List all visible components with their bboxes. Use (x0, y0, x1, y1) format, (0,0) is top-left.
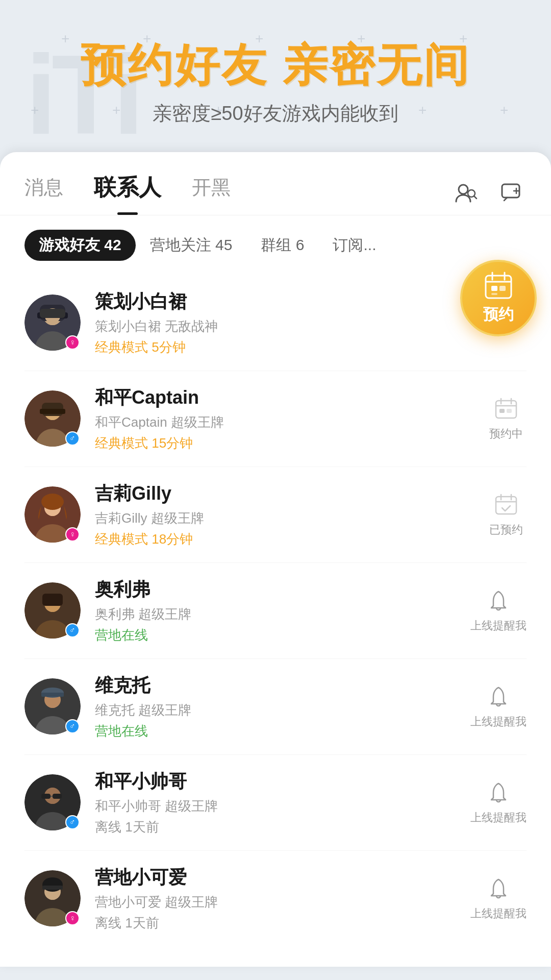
sub-tab-groups[interactable]: 群组 6 (246, 230, 318, 261)
gender-badge: ♀ (65, 527, 80, 542)
appointment-popup: 预约 (460, 260, 537, 336)
avatar-wrap: ♀ (24, 870, 81, 926)
main-card: 消息 联系人 开黑 (0, 152, 551, 967)
avatar-wrap: ♀ (24, 486, 81, 543)
popup-label: 预约 (483, 304, 514, 325)
notify-online-button[interactable]: 上线提醒我 (470, 683, 527, 729)
avatar-wrap: ♂ (24, 678, 81, 734)
friend-meta: 营地小可爱 超级王牌 (95, 893, 470, 911)
svg-rect-29 (499, 409, 505, 413)
tab-header: 消息 联系人 开黑 (0, 152, 551, 215)
friend-status: 经典模式 5分钟 (95, 338, 527, 356)
gender-badge: ♂ (65, 623, 80, 638)
friend-name: 营地小可爱 (95, 865, 470, 890)
avatar-wrap: ♂ (24, 774, 81, 830)
svg-rect-35 (496, 497, 516, 514)
friend-info: 和平小帅哥 和平小帅哥 超级王牌 离线 1天前 (95, 769, 470, 836)
svg-rect-47 (41, 693, 64, 697)
friend-name: 奥利弗 (95, 577, 470, 602)
friend-name: 吉莉Gilly (95, 481, 486, 506)
gender-badge: ♂ (65, 815, 80, 829)
hero-section: 预约好友 亲密无间 亲密度≥50好友游戏内能收到 (0, 0, 551, 142)
bell-icon (485, 875, 512, 902)
tab-contacts[interactable]: 联系人 (94, 173, 161, 215)
action-label: 预约中 (489, 426, 523, 442)
friend-item: ♂ 奥利弗 奥利弗 超级王牌 营地在线 上线提醒我 (24, 563, 527, 659)
search-people-button[interactable] (451, 179, 480, 208)
calendar-icon (483, 271, 514, 301)
avatar-wrap: ♀ (24, 295, 81, 351)
svg-rect-13 (486, 276, 511, 298)
friend-status: 经典模式 18分钟 (95, 530, 486, 548)
notify-online-button[interactable]: 上线提醒我 (470, 875, 527, 921)
sub-tab-camp-follow[interactable]: 营地关注 45 (136, 230, 247, 261)
friend-info: 维克托 维克托 超级王牌 营地在线 (95, 673, 470, 740)
action-label: 已预约 (489, 522, 523, 537)
svg-rect-42 (42, 594, 63, 606)
friend-status: 离线 1天前 (95, 914, 470, 932)
friend-status: 营地在线 (95, 626, 470, 644)
friend-info: 和平Captain 和平Captain 超级王牌 经典模式 15分钟 (95, 385, 486, 452)
tab-team[interactable]: 开黑 (192, 175, 231, 213)
svg-rect-51 (41, 794, 51, 799)
friend-meta: 吉莉Gilly 超级王牌 (95, 509, 486, 527)
friend-info: 奥利弗 奥利弗 超级王牌 营地在线 (95, 577, 470, 644)
avatar-wrap: ♂ (24, 582, 81, 639)
friend-status: 经典模式 15分钟 (95, 434, 486, 452)
svg-line-2 (474, 196, 477, 199)
sub-tab-subscribe[interactable]: 订阅... (318, 230, 390, 261)
hero-title: 预约好友 亲密无间 (31, 41, 520, 90)
gender-badge: ♀ (65, 911, 80, 925)
friend-status: 营地在线 (95, 722, 470, 740)
gender-badge: ♂ (65, 431, 80, 446)
bell-icon (485, 779, 512, 806)
action-label: 上线提醒我 (470, 618, 527, 633)
svg-rect-30 (507, 409, 512, 413)
action-label: 上线提醒我 (470, 714, 527, 729)
friend-item: ♀ 策划小白裙 策划小白裙 无敌战神 经典模式 5分钟 (24, 275, 527, 371)
action-label: 上线提醒我 (470, 810, 527, 825)
svg-rect-25 (496, 401, 516, 418)
friend-item: ♂ 和平小帅哥 和平小帅哥 超级王牌 离线 1天前 上线提醒我 (24, 755, 527, 851)
action-label: 上线提醒我 (470, 906, 527, 921)
friend-item: ♂ 和平Captain 和平Captain 超级王牌 经典模式 15分钟 (24, 371, 527, 467)
bell-icon (485, 587, 512, 614)
friend-name: 和平小帅哥 (95, 769, 470, 794)
friend-list: ♀ 策划小白裙 策划小白裙 无敌战神 经典模式 5分钟 (0, 275, 551, 946)
bell-icon (485, 683, 512, 710)
gender-badge: ♂ (65, 719, 80, 733)
tab-messages[interactable]: 消息 (24, 175, 63, 213)
tab-icons (451, 179, 527, 208)
calendar-pending-icon (493, 396, 519, 422)
friend-item: ♀ 吉莉Gilly 吉莉Gilly 超级王牌 经典模式 18分钟 已 (24, 467, 527, 563)
friend-name: 维克托 (95, 673, 470, 698)
search-people-icon (453, 181, 478, 206)
appointment-done-button[interactable]: 已预约 (486, 492, 527, 537)
svg-rect-24 (40, 409, 65, 414)
friend-meta: 维克托 超级王牌 (95, 701, 470, 719)
friend-status: 离线 1天前 (95, 818, 470, 836)
notify-online-button[interactable]: 上线提醒我 (470, 587, 527, 633)
avatar-wrap: ♂ (24, 390, 81, 447)
svg-rect-18 (499, 286, 506, 291)
hero-subtitle: 亲密度≥50好友游戏内能收到 (31, 101, 520, 127)
friend-meta: 和平小帅哥 超级王牌 (95, 797, 470, 815)
svg-rect-19 (491, 293, 497, 295)
svg-rect-58 (42, 886, 63, 890)
add-chat-icon (500, 181, 524, 206)
friend-info: 营地小可爱 营地小可爱 超级王牌 离线 1天前 (95, 865, 470, 932)
friend-item: ♂ 维克托 维克托 超级王牌 营地在线 上线提醒我 (24, 659, 527, 755)
svg-point-0 (459, 185, 468, 194)
gender-badge: ♀ (65, 335, 80, 350)
friend-name: 和平Captain (95, 385, 486, 410)
popup-circle[interactable]: 预约 (460, 260, 537, 336)
friend-meta: 奥利弗 超级王牌 (95, 605, 470, 623)
friend-info: 吉莉Gilly 吉莉Gilly 超级王牌 经典模式 18分钟 (95, 481, 486, 548)
sub-tab-game-friends[interactable]: 游戏好友 42 (24, 230, 136, 261)
friend-item: ♀ 营地小可爱 营地小可爱 超级王牌 离线 1天前 上线提醒我 (24, 851, 527, 946)
svg-rect-17 (491, 286, 497, 291)
appointment-pending-button[interactable]: 预约中 (486, 396, 527, 442)
add-chat-button[interactable] (498, 179, 527, 208)
svg-rect-12 (40, 309, 65, 318)
notify-online-button[interactable]: 上线提醒我 (470, 779, 527, 825)
